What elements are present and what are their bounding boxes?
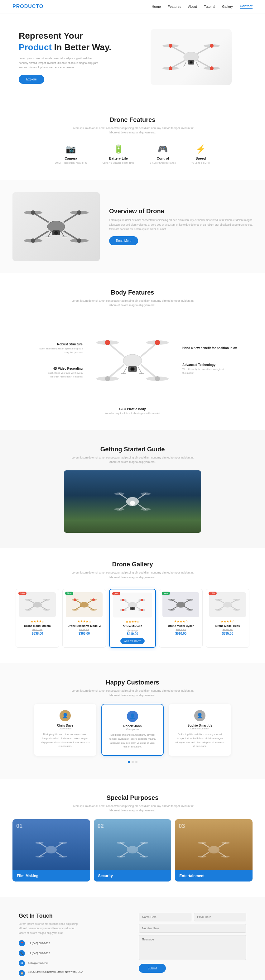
svg-point-113 <box>223 602 232 608</box>
special-card-3-title: Entertainment <box>179 874 204 878</box>
contact-left: Get In Touch Lorem ipsum dolor sit amet … <box>19 913 126 976</box>
contact-title: Get In Touch <box>19 913 126 919</box>
form-row-1 <box>139 913 246 921</box>
badge-1: 20% <box>18 592 27 595</box>
testimonial-card-1: 👤 Chris Dave Occupation Dislipping lifts… <box>34 704 96 756</box>
card-4-price-new: $510.00 <box>163 632 199 635</box>
card-2-image <box>66 592 102 617</box>
advanced-tech-desc: We offer only the latest technologies in… <box>182 368 226 375</box>
overview-text: Overview of Drone Lorem ipsum dolor sit … <box>109 208 252 245</box>
hero-explore-button[interactable]: Explore <box>19 75 44 84</box>
hero-title-line1: Represent Your <box>19 31 83 41</box>
special-card-1-title: Film Making <box>17 874 38 878</box>
card-3-stars: ★★★★☆ <box>113 620 152 624</box>
contact-email-text: hello@email.com <box>28 962 48 965</box>
contact-address-text: 18/25 Street Chinatown Street, New York,… <box>28 970 83 974</box>
hero-drone-svg <box>157 32 225 82</box>
camera-icon: 📷 <box>55 144 87 154</box>
special-card-1-label: Film Making <box>13 870 90 881</box>
special-card-1[interactable]: 01 Film Making <box>13 819 90 881</box>
svg-point-119 <box>233 599 240 601</box>
hd-video-title: HD Video Recording <box>13 367 83 370</box>
testimonial-1-name: Chris Dave <box>40 724 90 727</box>
battery-name: Battery Life <box>102 156 134 160</box>
number-input[interactable] <box>139 924 246 932</box>
badge-4: New <box>162 592 170 595</box>
speed-icon: ⚡ <box>192 144 210 154</box>
add-to-cart-button[interactable]: ADD TO CART <box>120 638 145 644</box>
hero-description: Lorem ipsum dolor sit amet consectetur a… <box>19 56 100 70</box>
gallery-card-3[interactable]: 20% ★★★★☆ Drone Model S $448.00 $419.00 … <box>109 589 156 648</box>
testimonial-dots <box>13 761 252 763</box>
testimonial-2-text: Dislipping lifts and diam nonumy eirmod … <box>108 733 157 749</box>
body-features-left-labels: Robust Structure Even after being taken … <box>13 342 89 379</box>
svg-point-76 <box>25 609 32 611</box>
card-1-name: Drone Model Dream <box>19 624 56 627</box>
dot-2[interactable] <box>132 761 134 763</box>
contact-info: 📍 +1 (646) 687-9612 📞 +1 (646) 687-9612 … <box>19 940 126 976</box>
card-3-price-old: $448.00 <box>113 629 152 632</box>
speed-sub: 72 up to 64 MPH <box>192 161 210 164</box>
hero-text: Represent Your Product In Better Way. Lo… <box>19 30 129 84</box>
svg-point-140 <box>208 846 219 853</box>
control-icon: 🎮 <box>150 144 176 154</box>
overview-drone-svg <box>19 197 94 256</box>
gallery-card-4[interactable]: New ★★★★☆ Drone Model Cyber $560.00 $510… <box>159 589 203 648</box>
gallery-section: Drone Gallery Lorem ipsum dolor sit amet… <box>0 548 265 663</box>
drone-features-desc: Lorem ipsum dolor sit amet consectetur a… <box>70 126 195 135</box>
svg-point-48 <box>105 340 110 345</box>
body-features-inner: Robust Structure Even after being taken … <box>13 317 252 415</box>
nav-home[interactable]: Home <box>152 5 161 8</box>
features-grid: 📷 Camera 30 MP Resolution, 4k at FPS 🔋 B… <box>19 144 246 164</box>
gallery-card-5[interactable]: 20% ★★★★☆ Drone Model Hess $965.00 $635.… <box>206 589 249 648</box>
card-1-stars: ★★★★☆ <box>19 620 56 623</box>
guide-desc: Lorem ipsum dolor sit amet consectetur a… <box>70 455 195 465</box>
avatar-1: 👤 <box>59 710 71 721</box>
control-sub: 7 KM of Smooth Range <box>150 161 176 164</box>
name-input[interactable] <box>139 913 192 921</box>
gallery-cards-container: 20% ★★★★☆ Drone Model Dream $714.00 $638… <box>6 586 259 651</box>
card-5-price-old: $965.00 <box>209 629 246 632</box>
nav-features[interactable]: Features <box>168 5 181 8</box>
special-card-2[interactable]: 02 Security <box>94 819 171 881</box>
phone-icon: 📍 <box>19 940 25 947</box>
navbar: PRODUCTO Home Features About Tutorial Ga… <box>0 0 265 13</box>
testimonial-3-text: Dislipping lifts and diam nonumy eirmod … <box>175 732 225 748</box>
special-card-3[interactable]: 03 Entertainment <box>175 819 252 881</box>
gallery-card-2[interactable]: New ★★★★☆ Drone Exclusive Model Z $448.0… <box>62 589 106 648</box>
nav-logo[interactable]: PRODUCTO <box>13 4 43 10</box>
svg-point-29 <box>31 210 35 215</box>
overview-section: Overview of Drone Lorem ipsum dolor sit … <box>0 180 265 274</box>
dot-3[interactable] <box>135 761 137 763</box>
body-features-desc: Lorem ipsum dolor sit amet consectetur a… <box>70 299 195 308</box>
svg-point-112 <box>187 609 193 611</box>
body-drone-svg <box>92 320 173 401</box>
svg-point-101 <box>140 609 143 611</box>
svg-point-110 <box>187 599 193 601</box>
special-card-1-num: 01 <box>16 823 22 829</box>
nav-contact[interactable]: Contact <box>240 4 252 9</box>
advanced-tech-label: Advanced Technology We offer only the la… <box>182 363 252 375</box>
message-textarea[interactable] <box>139 935 246 960</box>
gallery-card-1[interactable]: 20% ★★★★☆ Drone Model Dream $714.00 $638… <box>16 589 59 648</box>
overview-read-more-button[interactable]: Read More <box>109 236 138 245</box>
card-2-price-new: $366.00 <box>66 632 102 635</box>
nav-tutorial[interactable]: Tutorial <box>204 5 215 8</box>
nav-gallery[interactable]: Gallery <box>222 5 233 8</box>
svg-point-64 <box>115 493 125 495</box>
card-5-price-new: $635.00 <box>209 632 246 635</box>
testimonial-card-2: 👤 Robert John Occupation Dislipping lift… <box>101 704 164 756</box>
svg-point-111 <box>168 609 175 611</box>
geo-plastic-title: GEO Plastic Body <box>13 407 252 411</box>
svg-line-35 <box>48 231 51 237</box>
feature-speed: ⚡ Speed 72 up to 64 MPH <box>192 144 210 164</box>
nav-about[interactable]: About <box>188 5 197 8</box>
guide-drone-svg <box>114 487 151 515</box>
contact-section: Get In Touch Lorem ipsum dolor sit amet … <box>0 897 265 980</box>
dot-1[interactable] <box>128 761 130 763</box>
email-input[interactable] <box>194 913 247 921</box>
card-4-stars: ★★★★☆ <box>163 620 199 623</box>
svg-point-88 <box>92 598 95 601</box>
submit-button[interactable]: Submit <box>139 964 166 973</box>
svg-point-138 <box>117 856 125 858</box>
